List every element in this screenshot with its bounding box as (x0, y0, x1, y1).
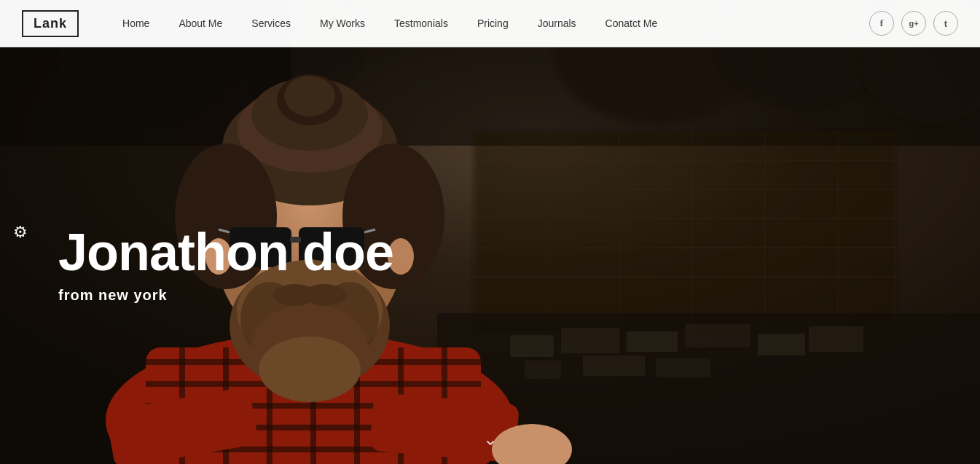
social-icons: f g+ t (869, 11, 958, 36)
nav-link-about[interactable]: About Me (179, 17, 222, 29)
logo[interactable]: Lank (22, 10, 79, 37)
hero-name: Jonathon doe (58, 224, 393, 281)
svg-point-66 (259, 337, 361, 402)
nav-link-journals[interactable]: Journals (538, 17, 576, 29)
google-plus-icon[interactable]: g+ (901, 11, 926, 36)
nav-link-works[interactable]: My Works (320, 17, 365, 29)
gear-icon: ⚙ (13, 223, 28, 242)
nav-item-pricing[interactable]: Pricing (477, 17, 509, 30)
nav-item-testimonials[interactable]: Testmonials (394, 17, 448, 30)
facebook-icon[interactable]: f (869, 11, 894, 36)
nav-item-contact[interactable]: Conatct Me (605, 17, 658, 30)
nav-item-works[interactable]: My Works (320, 17, 365, 30)
scroll-down-button[interactable]: ⌄ (483, 429, 498, 449)
nav-links: Home About Me Services My Works Testmoni… (122, 17, 869, 30)
twitter-icon[interactable]: t (933, 11, 958, 36)
chevron-down-icon: ⌄ (483, 429, 498, 449)
svg-point-50 (284, 76, 335, 117)
nav-link-home[interactable]: Home (122, 17, 149, 29)
hero-subtitle: from new york (58, 287, 393, 304)
nav-link-contact[interactable]: Conatct Me (605, 17, 658, 29)
nav-link-testimonials[interactable]: Testmonials (394, 17, 448, 29)
nav-link-services[interactable]: Services (251, 17, 291, 29)
hero-content: Jonathon doe from new york (58, 224, 393, 304)
nav-item-about[interactable]: About Me (179, 17, 222, 30)
nav-item-home[interactable]: Home (122, 17, 149, 30)
hero-section: Lank Home About Me Services My Works Tes… (0, 0, 980, 464)
nav-item-journals[interactable]: Journals (538, 17, 576, 30)
nav-item-services[interactable]: Services (251, 17, 291, 30)
navbar: Lank Home About Me Services My Works Tes… (0, 0, 980, 47)
gear-button[interactable]: ⚙ (7, 219, 34, 245)
nav-link-pricing[interactable]: Pricing (477, 17, 509, 29)
